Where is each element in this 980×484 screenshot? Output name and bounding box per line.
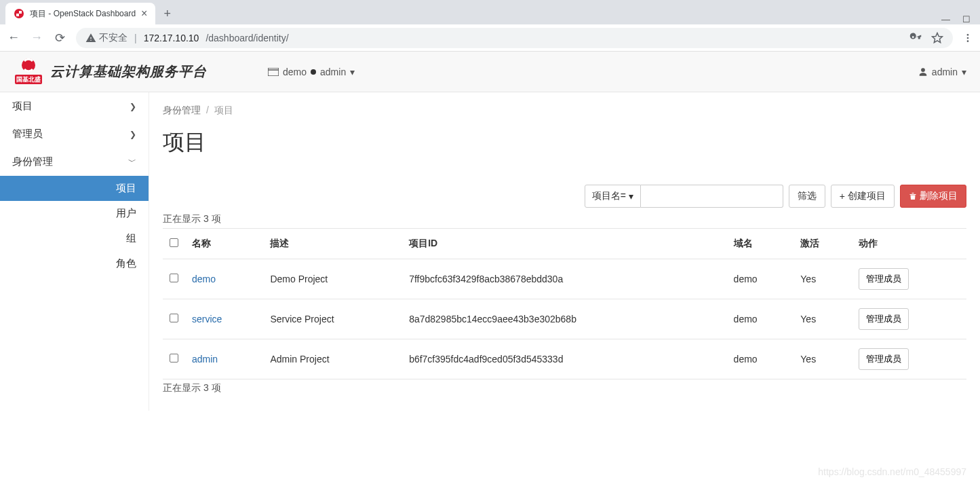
row-checkbox[interactable] — [170, 274, 178, 282]
manage-members-button[interactable]: 管理成员 — [859, 308, 909, 330]
window-controls: — ☐ — [941, 14, 980, 24]
table-row: demoDemo Project7ff9bcfc63f3429f8acb3867… — [163, 259, 966, 299]
user-icon — [918, 67, 928, 77]
row-count-bottom: 正在显示 3 项 — [163, 382, 966, 394]
insecure-label: 不安全 — [99, 32, 128, 44]
breadcrumb-part[interactable]: 身份管理 — [163, 105, 201, 115]
browser-tab[interactable]: 项目 - OpenStack Dashboard × — [5, 3, 155, 24]
row-checkbox[interactable] — [170, 314, 178, 322]
project-icon — [268, 68, 279, 76]
browser-tab-strip: 项目 - OpenStack Dashboard × + — ☐ — [0, 0, 980, 24]
filter-field-select[interactable]: 项目名= ▾ — [585, 185, 641, 208]
manage-members-button[interactable]: 管理成员 — [859, 268, 909, 290]
col-domain[interactable]: 域名 — [727, 229, 794, 259]
trash-icon — [909, 191, 917, 201]
breadcrumb-separator: / — [206, 105, 209, 115]
select-all-checkbox[interactable] — [170, 238, 178, 247]
url-host: 172.17.10.10 — [144, 33, 199, 43]
sidebar-sub-label: 用户 — [116, 207, 136, 219]
caret-down-icon: ▾ — [629, 191, 633, 202]
sidebar-item-admin[interactable]: 管理员 ❯ — [0, 120, 149, 148]
context-project: demo — [283, 67, 307, 77]
star-icon[interactable] — [931, 32, 943, 44]
delete-project-button[interactable]: 删除项目 — [900, 185, 966, 208]
sidebar-item-identity[interactable]: 身份管理 ﹀ — [0, 148, 149, 176]
key-icon[interactable] — [909, 32, 922, 44]
browser-toolbar: ← → ⟳ 不安全 | 172.17.10.10/dashboard/ident… — [0, 24, 980, 52]
brand[interactable]: 国基北盛 云计算基础架构服务平台 — [14, 57, 207, 87]
sidebar-sub-projects[interactable]: 项目 — [0, 176, 149, 201]
app-header: 国基北盛 云计算基础架构服务平台 demo admin ▾ admin ▾ — [0, 52, 980, 92]
col-actions: 动作 — [852, 229, 966, 259]
chevron-right-icon: ❯ — [130, 130, 136, 139]
window-minimize-icon[interactable]: — — [941, 14, 950, 24]
url-bar[interactable]: 不安全 | 172.17.10.10/dashboard/identity/ — [76, 28, 953, 48]
project-enabled: Yes — [793, 299, 852, 339]
table-header-row: 名称 描述 项目ID 域名 激活 动作 — [163, 229, 966, 259]
user-menu[interactable]: admin ▾ — [918, 67, 966, 77]
create-project-button[interactable]: + 创建项目 — [831, 185, 895, 208]
tab-favicon-icon — [14, 8, 24, 19]
table-row: adminAdmin Projectb6f7cf395fdc4adf9ced05… — [163, 339, 966, 379]
warning-icon — [85, 33, 96, 43]
svg-rect-2 — [16, 11, 19, 14]
project-domain: demo — [727, 259, 794, 299]
project-name-link[interactable]: service — [192, 314, 222, 324]
browser-menu-icon[interactable] — [962, 33, 973, 43]
tab-title: 项目 - OpenStack Dashboard — [30, 8, 136, 20]
project-desc: Demo Project — [263, 259, 402, 299]
new-tab-button[interactable]: + — [155, 3, 179, 24]
col-name[interactable]: 名称 — [185, 229, 263, 259]
col-desc[interactable]: 描述 — [263, 229, 402, 259]
browser-back-icon[interactable]: ← — [7, 31, 20, 45]
project-desc: Service Project — [263, 299, 402, 339]
context-switcher[interactable]: demo admin ▾ — [268, 67, 355, 77]
project-domain: demo — [727, 339, 794, 379]
insecure-warning[interactable]: 不安全 — [85, 32, 128, 44]
page-title: 项目 — [163, 128, 966, 157]
sidebar-item-label: 管理员 — [12, 128, 43, 141]
tab-close-icon[interactable]: × — [141, 7, 147, 20]
svg-point-4 — [967, 34, 969, 36]
main-content: 身份管理 / 项目 项目 项目名= ▾ 筛选 + 创建项目 删除项目 — [149, 92, 980, 411]
sidebar-item-project[interactable]: 项目 ❯ — [0, 92, 149, 120]
context-user: admin — [320, 67, 346, 77]
chevron-right-icon: ❯ — [130, 102, 136, 111]
sidebar: 项目 ❯ 管理员 ❯ 身份管理 ﹀ 项目 用户 组 角色 — [0, 92, 149, 411]
sidebar-item-label: 项目 — [12, 100, 33, 113]
sidebar-sub-label: 角色 — [116, 257, 136, 269]
user-label: admin — [932, 67, 958, 77]
table-row: serviceService Project8a7d82985bc14ecc9a… — [163, 299, 966, 339]
project-id: 7ff9bcfc63f3429f8acb38678ebdd30a — [402, 259, 726, 299]
projects-table: 名称 描述 项目ID 域名 激活 动作 demoDemo Project7ff9… — [163, 228, 966, 379]
filter-button[interactable]: 筛选 — [789, 185, 825, 208]
project-desc: Admin Project — [263, 339, 402, 379]
context-dot-icon — [311, 69, 316, 75]
url-separator: | — [134, 33, 137, 43]
svg-text:国基北盛: 国基北盛 — [16, 76, 41, 83]
col-enabled[interactable]: 激活 — [793, 229, 852, 259]
sidebar-sub-roles[interactable]: 角色 — [0, 251, 149, 276]
sidebar-sub-label: 项目 — [116, 182, 136, 193]
manage-members-button[interactable]: 管理成员 — [859, 348, 909, 370]
filter-input[interactable] — [641, 185, 783, 208]
browser-reload-icon[interactable]: ⟳ — [53, 31, 66, 45]
sidebar-sub-users[interactable]: 用户 — [0, 201, 149, 226]
project-name-link[interactable]: demo — [192, 274, 216, 284]
row-checkbox[interactable] — [170, 354, 178, 362]
breadcrumb-current: 项目 — [214, 105, 233, 115]
caret-down-icon: ▾ — [350, 67, 355, 77]
svg-point-5 — [967, 37, 969, 39]
filter-select-label: 项目名= — [592, 190, 626, 202]
plus-icon: + — [840, 191, 845, 202]
col-id[interactable]: 项目ID — [402, 229, 726, 259]
project-name-link[interactable]: admin — [192, 354, 218, 365]
sidebar-sub-label: 组 — [126, 232, 136, 244]
sidebar-sub-groups[interactable]: 组 — [0, 226, 149, 251]
svg-rect-3 — [19, 14, 22, 16]
table-actions: 项目名= ▾ 筛选 + 创建项目 删除项目 — [163, 185, 966, 208]
browser-forward-icon: → — [30, 31, 43, 45]
brand-text: 云计算基础架构服务平台 — [50, 62, 207, 81]
window-maximize-icon[interactable]: ☐ — [962, 14, 971, 24]
brand-logo-icon: 国基北盛 — [14, 57, 43, 87]
